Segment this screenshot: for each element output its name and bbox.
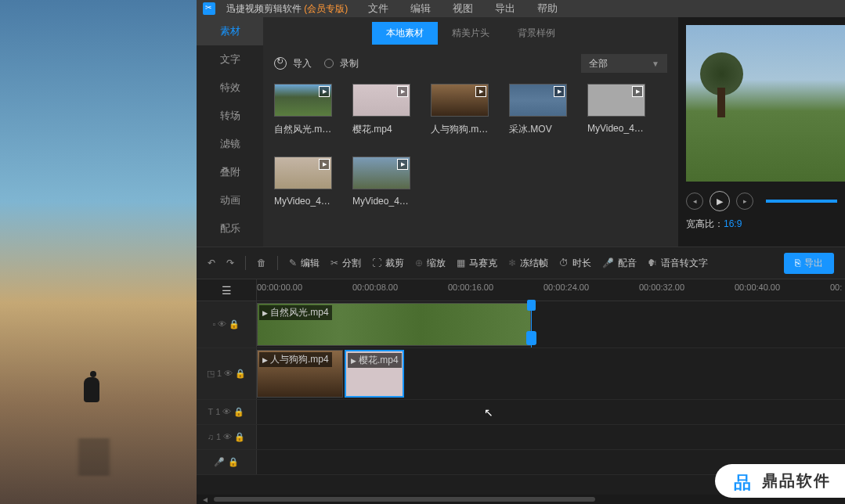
media-panel: 本地素材 精美片头 背景样例 导入 录制 全部▼ ▶自然风光.mp4▶樱花.mp…	[263, 17, 678, 247]
media-thumbnail: ▶	[352, 157, 410, 189]
clip-pip1[interactable]: ▶人与狗狗.mp4	[257, 350, 343, 398]
export-button[interactable]: ⎘ 导出	[784, 253, 834, 274]
media-item[interactable]: ▶MyVideo_4_...	[587, 84, 645, 136]
video-icon: ▶	[262, 309, 268, 317]
media-name: 自然风光.mp4	[274, 123, 332, 136]
timecode: 00:00:08.00	[352, 283, 398, 292]
trunk-graphic	[717, 88, 725, 117]
subtab-backgrounds[interactable]: 背景样例	[504, 22, 569, 45]
sidebar-item-media[interactable]: 素材	[197, 17, 263, 45]
record-icon	[324, 59, 334, 68]
timeline-header: ☰ 00:00:00.0000:00:08.0000:00:16.0000:00…	[197, 279, 845, 301]
import-button[interactable]: 导入	[274, 57, 312, 70]
watermark-logo-icon	[734, 471, 754, 491]
sidebar-item-overlay[interactable]: 叠附	[197, 158, 263, 186]
watermark: 鼎品软件	[715, 464, 845, 498]
title-bar: 迅捷视频剪辑软件 (会员专版) 文件 编辑 视图 导出 帮助	[197, 0, 845, 17]
crop-button[interactable]: ⛶ 裁剪	[372, 257, 404, 270]
menu-export[interactable]: 导出	[495, 2, 515, 16]
play-icon: ▶	[397, 159, 408, 170]
track-menu[interactable]: ☰	[197, 279, 257, 301]
preview-video[interactable]	[686, 25, 845, 182]
cursor-icon: ↖	[484, 406, 493, 419]
media-name: 人与狗狗.mp4	[431, 123, 489, 136]
sidebar-item-music[interactable]: 配乐	[197, 214, 263, 243]
sidebar-item-transition[interactable]: 转场	[197, 102, 263, 130]
filter-dropdown[interactable]: 全部▼	[581, 54, 667, 73]
undo-button[interactable]: ↶	[208, 257, 215, 268]
media-thumbnail: ▶	[274, 84, 332, 117]
progress-bar[interactable]	[766, 200, 837, 203]
media-name: MyVideo_4_...	[274, 196, 332, 207]
runner-reflection	[78, 438, 110, 476]
menu-view[interactable]: 视图	[453, 2, 473, 16]
subtab-local[interactable]: 本地素材	[372, 22, 438, 45]
menu-file[interactable]: 文件	[368, 2, 388, 16]
sidebar-item-effects[interactable]: 特效	[197, 74, 263, 102]
next-frame-button[interactable]: ▸	[736, 193, 753, 210]
audio-track-body[interactable]	[257, 425, 845, 449]
pip-track-body[interactable]: ▶人与狗狗.mp4 ▶樱花.mp4	[257, 348, 845, 399]
play-icon: ▶	[397, 86, 408, 97]
stt-button[interactable]: 🗣 语音转文字	[648, 257, 708, 270]
media-item[interactable]: ▶MyVideo_4_...	[352, 157, 410, 207]
scrollbar-thumb[interactable]	[214, 497, 595, 502]
redo-button[interactable]: ↷	[226, 257, 234, 268]
timecode: 00:00:00.00	[257, 283, 302, 292]
sidebar-item-text[interactable]: 文字	[197, 45, 263, 74]
text-track: T 1 👁 🔒 ↖	[197, 400, 845, 425]
video-track: ▫ 👁 🔒 ▶自然风光.mp4	[197, 301, 845, 348]
edit-button[interactable]: ✎ 编辑	[289, 257, 320, 270]
text-track-body[interactable]: ↖	[257, 400, 845, 424]
mosaic-button[interactable]: ▦ 马赛克	[457, 257, 497, 270]
play-icon: ▶	[554, 86, 565, 97]
chevron-down-icon: ▼	[652, 59, 659, 68]
play-icon: ▶	[475, 86, 486, 97]
media-name: MyVideo_4_...	[352, 196, 410, 207]
media-grid: ▶自然风光.mp4▶樱花.mp4▶人与狗狗.mp4▶采冰.MOV▶MyVideo…	[263, 84, 678, 207]
freeze-button[interactable]: ❄ 冻结帧	[508, 257, 548, 270]
media-item[interactable]: ▶采冰.MOV	[509, 84, 567, 136]
media-name: 樱花.mp4	[352, 123, 410, 136]
scroll-left-icon[interactable]: ◂	[203, 494, 208, 504]
play-icon: ▶	[319, 86, 330, 97]
refresh-icon	[274, 57, 287, 70]
video-track-head[interactable]: ▫ 👁 🔒	[197, 301, 257, 347]
media-item[interactable]: ▶樱花.mp4	[352, 84, 410, 136]
media-item[interactable]: ▶MyVideo_4_...	[274, 157, 332, 207]
media-thumbnail: ▶	[431, 84, 489, 117]
timecode: 00:00:40.00	[735, 283, 780, 292]
clip-pip2[interactable]: ▶樱花.mp4	[345, 350, 404, 398]
media-toolbar: 导入 录制 全部▼	[263, 54, 678, 73]
pip-track-head[interactable]: ◳ 1 👁 🔒	[197, 348, 257, 399]
audio-track-head[interactable]: ♫ 1 👁 🔒	[197, 425, 257, 449]
split-button[interactable]: ✂ 分割	[330, 257, 361, 270]
clip-main[interactable]: ▶自然风光.mp4	[257, 303, 531, 346]
record-button[interactable]: 录制	[324, 57, 359, 70]
media-item[interactable]: ▶人与狗狗.mp4	[431, 84, 489, 136]
runner-silhouette	[74, 371, 110, 430]
timeline-ruler[interactable]: 00:00:00.0000:00:08.0000:00:16.0000:00:2…	[257, 279, 845, 301]
mic-track-head[interactable]: 🎤 🔒	[197, 450, 257, 474]
audio-button[interactable]: 🎤 配音	[602, 257, 637, 270]
timecode: 00:00:16.00	[448, 283, 493, 292]
menu-edit[interactable]: 编辑	[410, 2, 431, 16]
subtab-intros[interactable]: 精美片头	[438, 22, 504, 45]
sidebar-item-filter[interactable]: 滤镜	[197, 130, 263, 158]
video-track-body[interactable]: ▶自然风光.mp4	[257, 301, 845, 347]
media-item[interactable]: ▶自然风光.mp4	[274, 84, 332, 136]
duration-button[interactable]: ⏱ 时长	[559, 257, 591, 270]
prev-frame-button[interactable]: ◂	[686, 193, 703, 210]
play-button[interactable]: ▶	[710, 191, 730, 211]
video-icon: ▶	[351, 357, 356, 365]
playhead[interactable]	[531, 301, 532, 347]
zoom-button[interactable]: ⊕ 缩放	[415, 257, 446, 270]
text-track-head[interactable]: T 1 👁 🔒	[197, 400, 257, 424]
menu-help[interactable]: 帮助	[537, 2, 558, 16]
aspect-ratio: 宽高比：16:9	[678, 216, 845, 232]
delete-button[interactable]: 🗑	[257, 257, 266, 268]
menu-bar: 文件 编辑 视图 导出 帮助	[368, 2, 558, 16]
media-thumbnail: ▶	[509, 84, 567, 117]
sidebar-item-animation[interactable]: 动画	[197, 186, 263, 214]
pip-track: ◳ 1 👁 🔒 ▶人与狗狗.mp4 ▶樱花.mp4	[197, 348, 845, 400]
